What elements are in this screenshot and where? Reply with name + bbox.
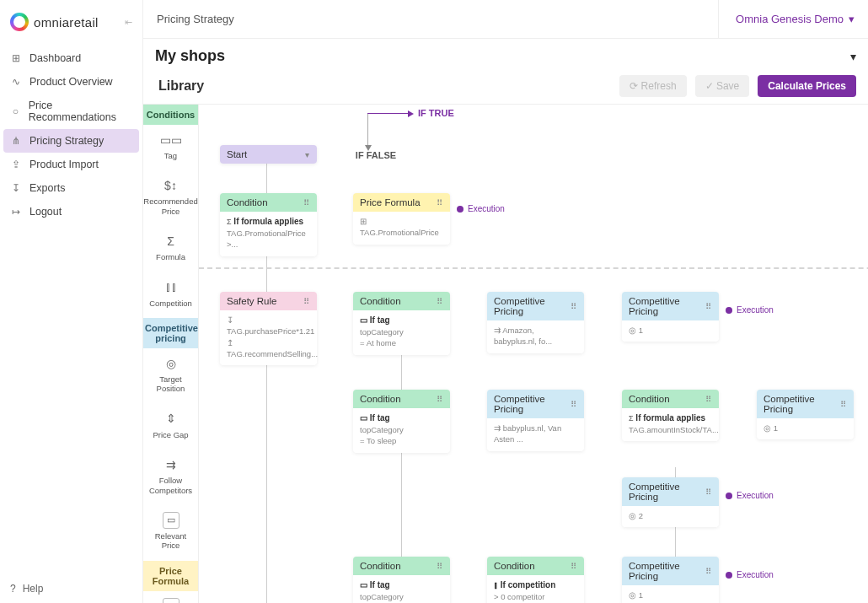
download-icon: ↧ — [10, 182, 22, 194]
nav-pricing-strategy[interactable]: ⋔Pricing Strategy — [3, 129, 139, 153]
lib-recommended-price[interactable]: $↕Recommended Price — [143, 170, 198, 226]
nav-price-recommendations[interactable]: ○Price Recommendations — [0, 94, 142, 129]
collapse-icon[interactable]: ⇤ — [125, 17, 132, 28]
lib-relevant-price[interactable]: ▭Relevant Price — [143, 505, 198, 561]
lib-section-price-formula: Price Formula — [143, 561, 198, 591]
workspace: Conditions ▭▭Tag $↕Recommended Price ΣFo… — [143, 105, 868, 603]
circle-icon: ○ — [10, 105, 21, 117]
shop-caret-icon[interactable]: ▾ — [850, 50, 856, 63]
canvas[interactable]: IF TRUE IF FALSE Start▾ — [199, 105, 868, 603]
nav-exports[interactable]: ↧Exports — [0, 176, 142, 200]
node-comp-2a[interactable]: Competitive Pricing⠿ ⇉ Amazon, babyplus.… — [487, 292, 584, 353]
nav-dashboard[interactable]: ⊞Dashboard — [0, 46, 142, 70]
save-button[interactable]: ✓ Save — [695, 75, 750, 97]
node-condition-5[interactable]: Condition⠿ ▭ If tagtopCategory= Textile — [353, 557, 450, 603]
lib-target-position[interactable]: ◎Target Position — [143, 348, 198, 404]
refresh-button[interactable]: ⟳ Refresh — [619, 75, 686, 97]
drag-icon[interactable]: ⠿ — [303, 198, 310, 207]
execution-label: Execution — [726, 491, 774, 500]
calculate-button[interactable]: Calculate Prices — [758, 75, 856, 97]
help-link[interactable]: ?Help — [0, 574, 142, 603]
sidebar: omniaretail ⇤ ⊞Dashboard ∿Product Overvi… — [0, 0, 143, 603]
drag-icon[interactable]: ⠿ — [705, 302, 712, 311]
nav-product-overview[interactable]: ∿Product Overview — [0, 70, 142, 94]
logo-icon — [10, 13, 29, 31]
node-safety-rule[interactable]: Safety Rule⠿ ↧ TAG.purchasePrice*1.21↥ T… — [220, 292, 317, 365]
breadcrumb: Pricing Strategy — [157, 13, 234, 25]
execution-label: Execution — [726, 570, 774, 579]
drag-icon[interactable]: ⠿ — [437, 297, 443, 306]
execution-label: Execution — [457, 204, 505, 213]
doc-icon: ▭ — [163, 512, 179, 529]
drag-icon[interactable]: ⠿ — [705, 487, 712, 497]
lib-price-formula[interactable]: ⊞Price Formula — [143, 591, 198, 603]
drag-icon[interactable]: ⠿ — [571, 562, 577, 571]
upload-icon: ⇪ — [10, 159, 22, 170]
tree-icon: ⋔ — [10, 135, 22, 147]
main: Pricing Strategy Omnia Genesis Demo▾ My … — [143, 0, 868, 603]
drag-icon[interactable]: ⠿ — [571, 302, 577, 311]
lib-formula[interactable]: ΣFormula — [143, 226, 198, 272]
node-condition-3[interactable]: Condition⠿ ▭ If tagtopCategory= To sleep — [353, 390, 450, 453]
lib-section-competitive: Competitive pricing — [143, 318, 198, 348]
chart-icon: ∿ — [10, 76, 22, 88]
drag-icon[interactable]: ⠿ — [705, 395, 712, 404]
bars-icon: ⫿⫿ — [163, 279, 179, 296]
library-panel: Conditions ▭▭Tag $↕Recommended Price ΣFo… — [143, 105, 199, 603]
help-icon: ? — [10, 583, 16, 595]
separator — [199, 267, 868, 269]
formula-icon: ⊞ — [163, 598, 179, 603]
node-condition-1[interactable]: Condition⠿ Σ If formula appliesTAG.Promo… — [220, 193, 317, 256]
library-title: Library — [155, 78, 204, 94]
follow-icon: ⇉ — [163, 456, 179, 473]
nav: ⊞Dashboard ∿Product Overview ○Price Reco… — [0, 46, 142, 574]
logo: omniaretail ⇤ — [0, 0, 142, 46]
node-comp-2b[interactable]: Competitive Pricing⠿ ◎ 1 — [622, 292, 719, 342]
price-icon: $↕ — [163, 177, 179, 194]
chevron-down-icon[interactable]: ▾ — [305, 150, 310, 159]
drag-icon[interactable]: ⠿ — [705, 567, 712, 576]
legend: IF TRUE IF FALSE — [367, 113, 469, 147]
brand-text: omniaretail — [34, 15, 99, 30]
account-selector[interactable]: Omnia Genesis Demo▾ — [718, 0, 855, 38]
logout-icon: ↦ — [10, 206, 22, 218]
drag-icon[interactable]: ⠿ — [303, 297, 310, 306]
node-condition-5b[interactable]: Condition⠿ ⫿ If competition> 0 competito… — [487, 557, 584, 603]
node-comp-3c[interactable]: Competitive Pricing⠿ ◎ 1 — [757, 390, 854, 439]
drag-icon[interactable]: ⠿ — [840, 400, 847, 409]
node-start[interactable]: Start▾ — [220, 145, 317, 164]
target-icon: ◎ — [163, 355, 179, 372]
chevron-down-icon: ▾ — [849, 13, 855, 25]
sigma-icon: Σ — [163, 233, 179, 250]
shop-title: My shops — [155, 47, 225, 65]
lib-competition[interactable]: ⫿⫿Competition — [143, 272, 198, 318]
drag-icon[interactable]: ⠿ — [571, 400, 577, 409]
node-condition-3b[interactable]: Condition⠿ Σ If formula appliesTAG.amoun… — [622, 390, 719, 441]
drag-icon[interactable]: ⠿ — [437, 562, 443, 571]
drag-icon[interactable]: ⠿ — [437, 198, 443, 207]
gap-icon: ⇕ — [163, 411, 179, 428]
nav-product-import[interactable]: ⇪Product Import — [0, 153, 142, 176]
nav-logout[interactable]: ↦Logout — [0, 200, 142, 223]
tag-icon: ▭▭ — [163, 132, 179, 148]
grid-icon: ⊞ — [10, 52, 22, 64]
lib-section-conditions: Conditions — [143, 105, 198, 125]
toolbar: Library ⟳ Refresh ✓ Save Calculate Price… — [143, 72, 868, 105]
node-comp-4[interactable]: Competitive Pricing⠿ ◎ 2 — [622, 477, 719, 527]
lib-price-gap[interactable]: ⇕Price Gap — [143, 404, 198, 450]
node-price-formula-1[interactable]: Price Formula⠿ ⊞ TAG.PromotionalPrice — [353, 193, 450, 245]
node-condition-2[interactable]: Condition⠿ ▭ If tagtopCategory= At home — [353, 292, 450, 355]
node-comp-3a[interactable]: Competitive Pricing⠿ ⇉ babyplus.nl, Van … — [487, 390, 584, 451]
execution-label: Execution — [726, 305, 774, 315]
node-comp-5c[interactable]: Competitive Pricing⠿ ◎ 1 — [622, 557, 719, 603]
drag-icon[interactable]: ⠿ — [437, 395, 443, 404]
lib-tag[interactable]: ▭▭Tag — [143, 125, 198, 170]
topbar: Pricing Strategy Omnia Genesis Demo▾ — [143, 0, 868, 39]
lib-follow-competitors[interactable]: ⇉Follow Competitors — [143, 450, 198, 505]
shop-row: My shops ▾ — [143, 39, 868, 72]
